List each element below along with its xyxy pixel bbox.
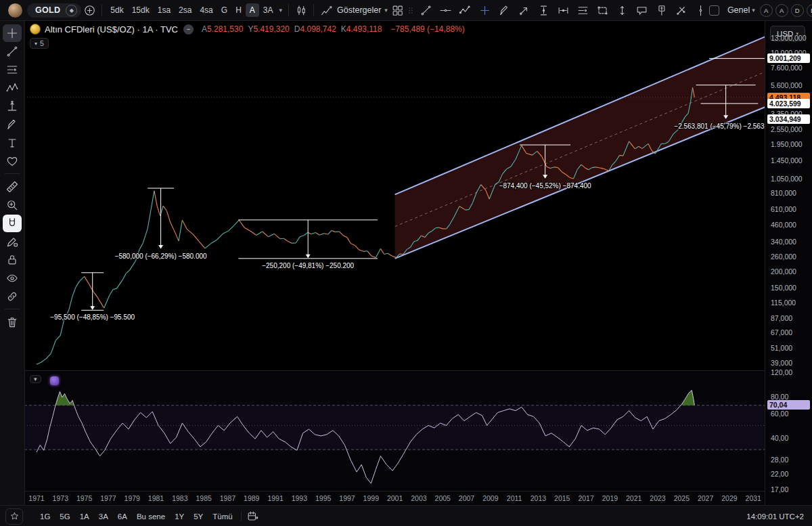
zigzag-icon[interactable]	[457, 2, 474, 18]
range-5g[interactable]: 5G	[55, 510, 74, 523]
price-range-icon[interactable]	[536, 2, 552, 18]
year-label: 1979	[125, 494, 140, 502]
arrow-marker-icon[interactable]	[516, 2, 533, 18]
measurement-label: −874,400 (−45,52%) −874.400	[499, 182, 591, 190]
timeframe-5dk[interactable]: 5dk	[106, 3, 127, 17]
link-tool-button[interactable]	[3, 288, 22, 305]
account-tab-a-0[interactable]: A	[760, 4, 773, 17]
main-chart-pane[interactable]: −95,500 (−48,85%) −95.500−580,000 (−66,2…	[24, 20, 765, 370]
range-3a[interactable]: 3A	[94, 510, 113, 523]
account-tab-a-1[interactable]: A	[775, 4, 788, 17]
toolbar-divider	[5, 309, 20, 309]
main-chart-canvas[interactable]: −95,500 (−48,85%) −95.500−580,000 (−66,2…	[24, 20, 765, 370]
rsi-pane[interactable]: ▾	[24, 370, 765, 491]
measurement-label: −580,000 (−66,29%) −580.000	[115, 253, 207, 260]
user-avatar[interactable]	[8, 3, 22, 18]
replay-checkbox[interactable]	[709, 5, 719, 16]
year-label: 2007	[459, 494, 474, 502]
brush-icon[interactable]	[497, 2, 513, 18]
range-1a[interactable]: 1A	[75, 510, 94, 523]
range-1y[interactable]: 1Y	[170, 510, 189, 523]
crosshair-tool-button[interactable]	[3, 24, 22, 42]
rsi-tick: 17,00	[771, 485, 788, 494]
layout-name[interactable]: Genel	[727, 5, 750, 15]
price-axis[interactable]: USD ▾ 13.000,00010.000,0007.600,0005.600…	[765, 20, 812, 505]
range-bu-sene[interactable]: Bu sene	[132, 510, 170, 523]
price-tick: 115,000	[771, 299, 796, 307]
text-tool-tool-button[interactable]	[3, 134, 22, 152]
timeframe-chevron-icon[interactable]: ▾	[277, 7, 285, 14]
lock-tool-button[interactable]	[3, 251, 22, 269]
range-5y[interactable]: 5Y	[189, 510, 208, 523]
year-label: 1983	[172, 494, 187, 502]
symbol-search-button[interactable]: GOLD ◆	[27, 3, 81, 18]
chart-type-button[interactable]	[293, 2, 309, 18]
timeframe-A[interactable]: A	[246, 3, 259, 17]
cross-tools-icon[interactable]	[673, 2, 690, 18]
range-1g[interactable]: 1G	[35, 510, 55, 523]
rsi-tick: 120,00	[771, 368, 792, 376]
measurement-label: −95,500 (−48,85%) −95.500	[50, 313, 135, 321]
timeframe-H[interactable]: H	[231, 3, 246, 17]
zoom-in-tool-button[interactable]	[3, 196, 22, 214]
timeframe-15dk[interactable]: 15dk	[128, 3, 154, 17]
heart-tool-button[interactable]	[3, 152, 22, 170]
timeframe-1sa[interactable]: 1sa	[154, 3, 175, 17]
xabcd-pattern-tool-button[interactable]	[3, 79, 22, 97]
eye-function-tool-button[interactable]	[3, 269, 22, 287]
account-letter-group: AADEEMNST	[757, 4, 812, 17]
brush-tool-button[interactable]	[3, 116, 22, 133]
rsi-collapse-chip[interactable]: ▾	[30, 375, 41, 383]
layout-chevron-icon[interactable]: ▾	[750, 7, 757, 14]
timeframe-3A[interactable]: 3A	[259, 3, 277, 17]
range-6a[interactable]: 6A	[113, 510, 132, 523]
trend-line-icon[interactable]	[418, 2, 434, 18]
price-tick: 610,000	[771, 205, 796, 213]
fib-lines-tool-button[interactable]	[3, 61, 22, 79]
price-note-icon[interactable]	[654, 2, 670, 18]
account-tab-e-3[interactable]: E	[807, 4, 812, 17]
timeframe-4sa[interactable]: 4sa	[196, 3, 217, 17]
timeframe-G[interactable]: G	[217, 3, 231, 17]
date-range-icon[interactable]	[556, 2, 572, 18]
time-axis[interactable]: 1971197319751977197919811983198519871989…	[24, 491, 765, 506]
crosshair-blue-icon[interactable]	[477, 2, 493, 18]
year-label: 2015	[554, 494, 570, 502]
price-tick: 51,000	[771, 344, 792, 352]
year-label: 1997	[339, 494, 355, 502]
indicators-icon	[318, 2, 334, 18]
ruler-tool-button[interactable]	[3, 178, 22, 196]
projection-icon[interactable]	[614, 2, 631, 18]
trash-tool-button[interactable]	[3, 313, 22, 331]
rectangle-tool-icon[interactable]	[595, 2, 611, 18]
favorites-button[interactable]	[5, 508, 23, 525]
hidden-indicators-count: 5	[40, 39, 44, 47]
drag-handle-icon[interactable]	[406, 2, 415, 18]
ohlc-Y: Y5.419,320	[248, 24, 289, 34]
vertical-line-icon[interactable]	[693, 2, 709, 18]
chart-legend: Altın CFDleri (US$/OZ) · 1A · TVC − A5.2…	[30, 24, 465, 49]
fib-lines-icon[interactable]	[575, 2, 591, 18]
magnet-tool-button[interactable]	[3, 215, 22, 232]
horizontal-line-icon[interactable]	[438, 2, 454, 18]
go-to-date-button[interactable]	[245, 508, 261, 525]
year-label: 2025	[674, 494, 690, 502]
pencil-lock-tool-button[interactable]	[3, 233, 22, 250]
add-symbol-button[interactable]	[81, 2, 97, 18]
callout-icon[interactable]	[634, 2, 650, 18]
range-tümü[interactable]: Tümü	[208, 510, 237, 523]
source-eye-icon[interactable]: −	[183, 24, 194, 35]
rsi-canvas[interactable]	[24, 371, 765, 491]
timeframe-2sa[interactable]: 2sa	[175, 3, 196, 17]
drawing-tools-group	[418, 2, 709, 18]
indicators-chevron-icon[interactable]: ▾	[382, 7, 390, 14]
trend-line-tool-button[interactable]	[3, 43, 22, 60]
layout-grid-button[interactable]	[390, 2, 406, 18]
hidden-indicators-chip[interactable]: ▾ 5	[30, 38, 49, 49]
rsi-indicator-icon[interactable]	[50, 376, 59, 385]
indicators-button[interactable]: Göstergeler ▾	[318, 2, 390, 18]
range-group: 1G5G1A3A6ABu sene1Y5YTümü	[35, 510, 238, 523]
forecast-tool-button[interactable]	[3, 97, 22, 115]
symbol-title[interactable]: Altın CFDleri (US$/OZ) · 1A · TVC	[45, 24, 178, 35]
account-tab-d-2[interactable]: D	[791, 4, 804, 17]
